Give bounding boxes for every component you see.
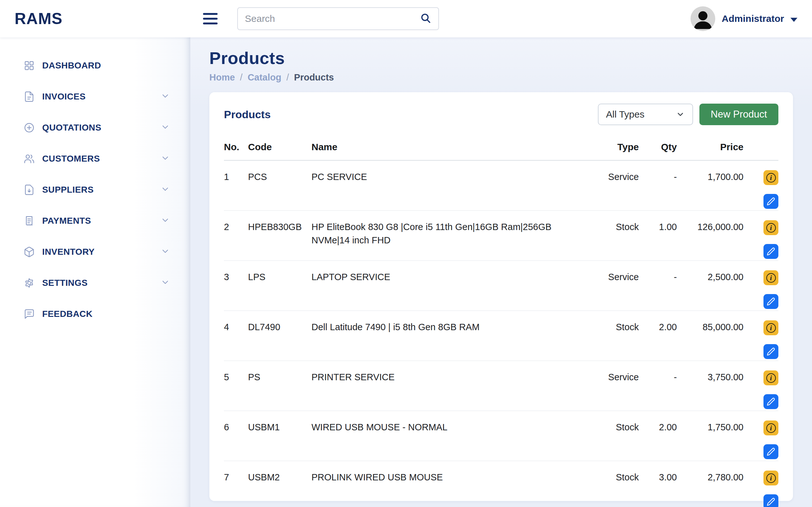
sidebar-item-label: QUOTATIONS: [42, 123, 160, 133]
receipt-icon: [23, 215, 35, 227]
edit-button[interactable]: [763, 294, 778, 309]
cell-actions: i: [744, 320, 778, 359]
sidebar-item-inventory[interactable]: INVENTORY: [0, 236, 190, 268]
cell-actions: i: [744, 220, 778, 259]
sidebar-item-label: PAYMENTS: [42, 216, 160, 226]
sidebar-item-feedback[interactable]: FEEDBACK: [0, 298, 190, 330]
cell-type: Stock: [585, 420, 639, 434]
pencil-icon: [767, 297, 775, 306]
gear-icon: [23, 277, 35, 289]
cell-price: 1,750.00: [677, 420, 744, 434]
col-no: No.: [224, 142, 248, 153]
cell-actions: i: [744, 371, 778, 409]
page-title: Products: [209, 48, 793, 68]
cell-name: PROLINK WIRED USB MOUSE: [311, 470, 585, 484]
cell-price: 1,700.00: [677, 170, 744, 183]
info-icon: i: [766, 373, 776, 383]
cell-actions: i: [744, 470, 778, 507]
cell-code: HPEB830GB: [248, 220, 311, 233]
breadcrumb-home[interactable]: Home: [209, 72, 235, 83]
sidebar-item-payments[interactable]: PAYMENTS: [0, 205, 190, 236]
main-content: Products Home / Catalog / Products Produ…: [190, 38, 812, 507]
info-icon: i: [766, 323, 776, 333]
cell-price: 3,750.00: [677, 371, 744, 384]
search-icon[interactable]: [420, 12, 432, 25]
sidebar-item-quotations[interactable]: QUOTATIONS: [0, 112, 190, 143]
sidebar-item-label: INVENTORY: [42, 247, 160, 257]
chat-icon: [23, 308, 35, 320]
avatar: [691, 6, 715, 31]
sidebar-item-suppliers[interactable]: SUPPLIERS: [0, 174, 190, 205]
cell-type: Service: [585, 170, 639, 183]
sidebar-item-dashboard[interactable]: DASHBOARD: [0, 50, 190, 81]
info-button[interactable]: i: [763, 470, 778, 486]
chevron-down-icon: [160, 153, 170, 164]
breadcrumb-current: Products: [294, 72, 334, 83]
edit-button[interactable]: [763, 194, 778, 209]
sidebar-item-customers[interactable]: CUSTOMERS: [0, 143, 190, 174]
cell-price: 2,780.00: [677, 470, 744, 484]
menu-toggle-icon[interactable]: [200, 10, 221, 27]
cell-no: 3: [224, 270, 248, 284]
info-button[interactable]: i: [763, 420, 778, 435]
pencil-icon: [767, 397, 775, 406]
breadcrumb-catalog[interactable]: Catalog: [248, 72, 281, 83]
breadcrumb-separator: /: [240, 72, 243, 83]
sidebar-item-label: DASHBOARD: [42, 60, 160, 71]
cell-no: 6: [224, 420, 248, 434]
info-button[interactable]: i: [763, 220, 778, 235]
table-row: 1 PCS PC SERVICE Service - 1,700.00 i: [224, 161, 778, 211]
col-name: Name: [311, 142, 585, 153]
info-button[interactable]: i: [763, 371, 778, 385]
edit-button[interactable]: [763, 494, 778, 507]
info-button[interactable]: i: [763, 170, 778, 185]
chevron-down-icon: [676, 110, 685, 119]
edit-button[interactable]: [763, 444, 778, 459]
search-input[interactable]: [245, 13, 420, 24]
new-product-button[interactable]: New Product: [699, 104, 778, 125]
search-box: [237, 7, 439, 30]
pencil-icon: [767, 247, 775, 256]
info-icon: i: [766, 424, 776, 433]
cell-code: PS: [248, 371, 311, 384]
edit-button[interactable]: [763, 394, 778, 409]
cell-name: Dell Latitude 7490 | i5 8th Gen 8GB RAM: [311, 320, 585, 334]
cell-name: HP EliteBook 830 G8 |Core i5 11th Gen|16…: [311, 220, 585, 247]
info-button[interactable]: i: [763, 320, 778, 335]
type-filter-select[interactable]: All Types: [598, 104, 693, 125]
cell-name: PRINTER SERVICE: [311, 371, 585, 384]
table-row: 7 USBM2 PROLINK WIRED USB MOUSE Stock 3.…: [224, 461, 778, 507]
edit-button[interactable]: [763, 244, 778, 259]
topbar: RAMS Administrator: [0, 0, 812, 38]
table-row: 5 PS PRINTER SERVICE Service - 3,750.00 …: [224, 361, 778, 411]
table-row: 6 USBM1 WIRED USB MOUSE - NORMAL Stock 2…: [224, 411, 778, 461]
cell-code: LPS: [248, 270, 311, 284]
cell-price: 126,000.00: [677, 220, 744, 233]
cell-no: 4: [224, 320, 248, 334]
sidebar-item-settings[interactable]: SETTINGS: [0, 268, 190, 298]
user-menu[interactable]: Administrator: [691, 6, 798, 31]
brand-logo[interactable]: RAMS: [0, 9, 190, 28]
col-qty: Qty: [639, 142, 677, 153]
cell-code: DL7490: [248, 320, 311, 334]
sidebar-item-invoices[interactable]: INVOICES: [0, 81, 190, 112]
cell-qty: -: [639, 270, 677, 284]
col-price: Price: [677, 142, 744, 153]
info-button[interactable]: i: [763, 270, 778, 285]
card-title: Products: [224, 108, 270, 121]
cell-code: USBM2: [248, 470, 311, 484]
pencil-icon: [767, 498, 775, 506]
info-icon: i: [766, 273, 776, 283]
col-code: Code: [248, 142, 311, 153]
breadcrumb-separator: /: [287, 72, 289, 83]
info-icon: i: [766, 473, 776, 483]
info-icon: i: [766, 223, 776, 233]
edit-button[interactable]: [763, 344, 778, 359]
sidebar: DASHBOARD INVOICES QUOTATIONS CUSTOMERS …: [0, 38, 190, 507]
cell-qty: 1.00: [639, 220, 677, 233]
cell-type: Stock: [585, 220, 639, 233]
grid-icon: [23, 60, 35, 72]
cell-name: WIRED USB MOUSE - NORMAL: [311, 420, 585, 434]
table-header: No. Code Name Type Qty Price: [224, 142, 778, 161]
plus-circle-icon: [23, 122, 35, 134]
